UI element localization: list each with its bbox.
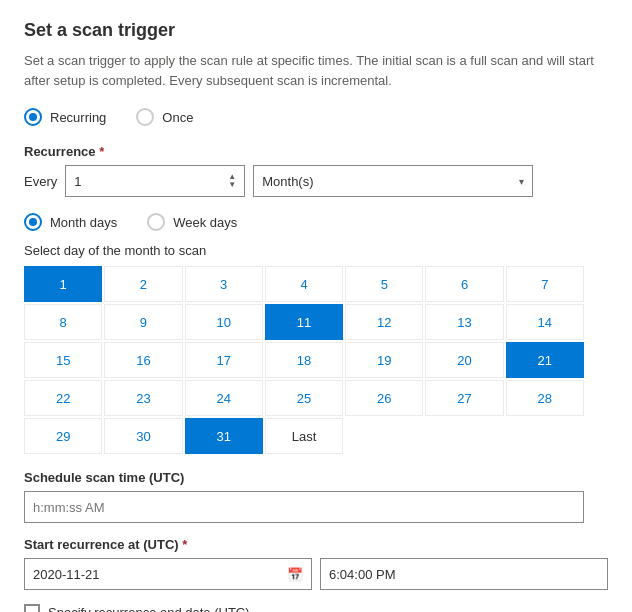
recurrence-row: Every ▲ ▼ Month(s) Week(s) Day(s) ▾ (24, 165, 608, 197)
start-time-input[interactable] (320, 558, 608, 590)
cal-day-12[interactable]: 12 (345, 304, 423, 340)
cal-day-14[interactable]: 14 (506, 304, 584, 340)
cal-day-17[interactable]: 17 (185, 342, 263, 378)
cal-day-31[interactable]: 31 (185, 418, 263, 454)
start-recurrence-row: 📅 (24, 558, 608, 590)
recurring-radio-circle (24, 108, 42, 126)
cal-day-13[interactable]: 13 (425, 304, 503, 340)
once-radio[interactable]: Once (136, 108, 193, 126)
once-radio-label: Once (162, 110, 193, 125)
cal-day-19[interactable]: 19 (345, 342, 423, 378)
end-date-label: Specify recurrence end date (UTC) (48, 605, 250, 613)
schedule-time-label: Schedule scan time (UTC) (24, 470, 608, 485)
cal-day-20[interactable]: 20 (425, 342, 503, 378)
cal-day-1[interactable]: 1 (24, 266, 102, 302)
trigger-type-group: Recurring Once (24, 108, 608, 126)
cal-day-26[interactable]: 26 (345, 380, 423, 416)
period-select-wrapper: Month(s) Week(s) Day(s) ▾ (253, 165, 533, 197)
week-days-label: Week days (173, 215, 237, 230)
cal-day-last[interactable]: Last (265, 418, 343, 454)
cal-day-4[interactable]: 4 (265, 266, 343, 302)
calendar-grid: 1234567891011121314151617181920212223242… (24, 266, 584, 454)
cal-day-3[interactable]: 3 (185, 266, 263, 302)
cal-day-25[interactable]: 25 (265, 380, 343, 416)
end-date-row: Specify recurrence end date (UTC) (24, 604, 608, 612)
once-radio-circle (136, 108, 154, 126)
cal-day-7[interactable]: 7 (506, 266, 584, 302)
every-label: Every (24, 174, 57, 189)
month-days-radio-circle (24, 213, 42, 231)
spin-down-button[interactable]: ▼ (228, 181, 236, 189)
recurring-radio[interactable]: Recurring (24, 108, 106, 126)
cal-day-22[interactable]: 22 (24, 380, 102, 416)
period-select[interactable]: Month(s) Week(s) Day(s) (262, 174, 524, 189)
cal-day-6[interactable]: 6 (425, 266, 503, 302)
page-title: Set a scan trigger (24, 20, 608, 41)
cal-day-2[interactable]: 2 (104, 266, 182, 302)
cal-day-27[interactable]: 27 (425, 380, 503, 416)
calendar-prompt: Select day of the month to scan (24, 243, 608, 258)
calendar-icon[interactable]: 📅 (287, 567, 303, 582)
cal-day-9[interactable]: 9 (104, 304, 182, 340)
cal-day-30[interactable]: 30 (104, 418, 182, 454)
day-type-group: Month days Week days (24, 213, 608, 231)
week-days-radio[interactable]: Week days (147, 213, 237, 231)
start-recurrence-label: Start recurrence at (UTC) (24, 537, 608, 552)
interval-input-wrapper: ▲ ▼ (65, 165, 245, 197)
cal-day-16[interactable]: 16 (104, 342, 182, 378)
cal-day-21[interactable]: 21 (506, 342, 584, 378)
end-date-checkbox[interactable] (24, 604, 40, 612)
cal-day-23[interactable]: 23 (104, 380, 182, 416)
month-days-radio[interactable]: Month days (24, 213, 117, 231)
cal-day-8[interactable]: 8 (24, 304, 102, 340)
cal-day-5[interactable]: 5 (345, 266, 423, 302)
spin-buttons: ▲ ▼ (228, 173, 236, 189)
recurring-radio-label: Recurring (50, 110, 106, 125)
interval-input[interactable] (74, 174, 224, 189)
cal-day-28[interactable]: 28 (506, 380, 584, 416)
recurrence-label: Recurrence (24, 144, 608, 159)
cal-day-18[interactable]: 18 (265, 342, 343, 378)
schedule-time-input[interactable] (24, 491, 584, 523)
cal-day-15[interactable]: 15 (24, 342, 102, 378)
cal-day-10[interactable]: 10 (185, 304, 263, 340)
cal-day-11[interactable]: 11 (265, 304, 343, 340)
cal-day-24[interactable]: 24 (185, 380, 263, 416)
month-days-label: Month days (50, 215, 117, 230)
page-description: Set a scan trigger to apply the scan rul… (24, 51, 608, 90)
start-date-input[interactable] (33, 567, 303, 582)
start-date-wrapper: 📅 (24, 558, 312, 590)
cal-day-29[interactable]: 29 (24, 418, 102, 454)
week-days-radio-circle (147, 213, 165, 231)
